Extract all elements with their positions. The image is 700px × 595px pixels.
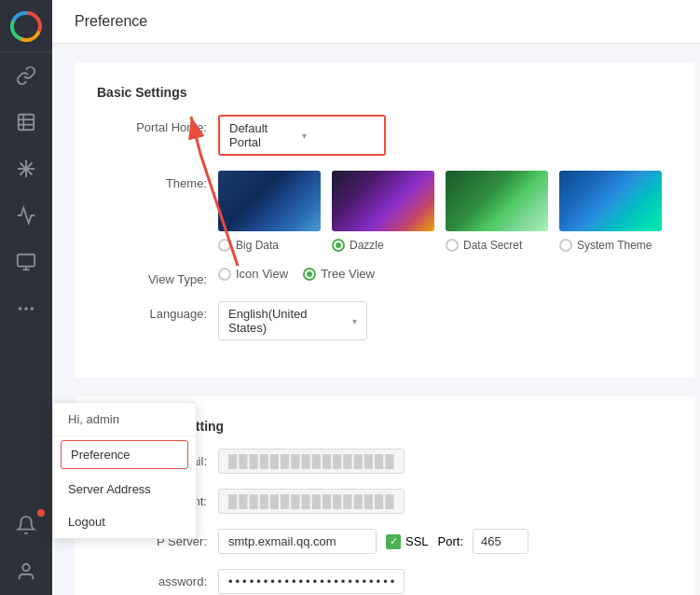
password-input[interactable] bbox=[218, 569, 405, 594]
portal-home-control: Default Portal ▾ bbox=[218, 115, 673, 156]
theme-bigdata-img[interactable] bbox=[218, 171, 321, 231]
smtp-input[interactable] bbox=[218, 529, 377, 554]
view-icon-option[interactable]: Icon View bbox=[218, 267, 288, 281]
language-label: Language: bbox=[97, 301, 218, 321]
port-label: Port: bbox=[438, 534, 463, 548]
portal-home-row: Portal Home: Default Portal ▾ bbox=[97, 115, 673, 156]
popup-menu-header: Hi, admin bbox=[53, 403, 196, 436]
popup-menu: Hi, admin Preference Server Address Logo… bbox=[52, 402, 197, 539]
theme-bigdata-label: Big Data bbox=[236, 239, 279, 252]
theme-systemtheme-img[interactable] bbox=[559, 171, 662, 231]
portal-home-value: Default Portal bbox=[229, 121, 302, 149]
sidebar-item-monitor[interactable] bbox=[0, 239, 52, 285]
theme-option-dazzle[interactable]: Dazzle bbox=[332, 239, 446, 252]
portal-home-label: Portal Home: bbox=[97, 115, 218, 134]
radio-systemtheme[interactable] bbox=[559, 239, 572, 252]
svg-point-15 bbox=[22, 564, 29, 571]
user-button[interactable] bbox=[0, 548, 52, 595]
radio-icon-view[interactable] bbox=[218, 268, 231, 281]
popup-menu-logout[interactable]: Logout bbox=[53, 505, 196, 538]
radio-dazzle[interactable] bbox=[332, 239, 345, 252]
icon-view-label: Icon View bbox=[236, 267, 288, 281]
theme-grid bbox=[218, 171, 673, 231]
language-select[interactable]: English(United States) ▾ bbox=[218, 301, 367, 340]
language-control: English(United States) ▾ bbox=[218, 301, 673, 340]
view-type-row: View Type: Icon View Tree View bbox=[97, 267, 673, 286]
smtp-control: ✓ SSL Port: bbox=[218, 529, 673, 554]
view-type-options: Icon View Tree View bbox=[218, 267, 673, 281]
logo-icon bbox=[10, 10, 42, 42]
password-row: assword: bbox=[97, 569, 673, 594]
notification-button[interactable] bbox=[0, 502, 52, 548]
popup-menu-preference[interactable]: Preference bbox=[61, 440, 188, 469]
view-type-control: Icon View Tree View bbox=[218, 267, 673, 281]
sidebar bbox=[0, 0, 52, 595]
tree-view-label: Tree View bbox=[321, 267, 375, 281]
radio-datasecret[interactable] bbox=[446, 239, 459, 252]
view-type-label: View Type: bbox=[97, 267, 218, 286]
password-control bbox=[218, 569, 673, 594]
theme-option-bigdata[interactable]: Big Data bbox=[218, 239, 332, 252]
linked-account-value: ████████████████ bbox=[218, 489, 405, 514]
ssl-checkbox[interactable]: ✓ SSL bbox=[386, 534, 429, 549]
port-input[interactable] bbox=[473, 529, 528, 554]
sidebar-item-link[interactable] bbox=[0, 52, 52, 99]
basic-settings-title: Basic Settings bbox=[97, 85, 673, 100]
ssl-label: SSL bbox=[405, 534, 429, 548]
theme-options: Big Data Dazzle Data Secret bbox=[218, 239, 673, 252]
radio-bigdata[interactable] bbox=[218, 239, 231, 252]
email-value: ████████████████ bbox=[218, 449, 405, 474]
portal-home-select[interactable]: Default Portal ▾ bbox=[218, 115, 386, 156]
basic-settings-card: Basic Settings Portal Home: Default Port… bbox=[75, 62, 695, 378]
language-row: Language: English(United States) ▾ bbox=[97, 301, 673, 340]
lang-chevron-icon: ▾ bbox=[352, 316, 357, 326]
sidebar-item-more[interactable] bbox=[0, 285, 52, 332]
logo bbox=[0, 0, 52, 52]
email-control: ████████████████ bbox=[218, 449, 673, 474]
theme-dazzle-img[interactable] bbox=[332, 171, 434, 231]
sidebar-item-table[interactable] bbox=[0, 99, 52, 145]
theme-datasecret-img[interactable] bbox=[446, 171, 548, 231]
linked-account-control: ████████████████ bbox=[218, 489, 673, 514]
smtp-inner-row: ✓ SSL Port: bbox=[218, 529, 673, 554]
radio-tree-view[interactable] bbox=[303, 268, 316, 281]
popup-menu-server-address[interactable]: Server Address bbox=[53, 473, 196, 505]
sidebar-item-asterisk[interactable] bbox=[0, 145, 52, 192]
language-value: English(United States) bbox=[228, 307, 345, 335]
password-label: assword: bbox=[97, 569, 218, 588]
svg-rect-1 bbox=[19, 115, 34, 131]
page-title: Preference bbox=[52, 0, 700, 44]
theme-control: Big Data Dazzle Data Secret bbox=[218, 171, 673, 252]
theme-option-systemtheme[interactable]: System Theme bbox=[559, 239, 673, 252]
theme-option-datasecret[interactable]: Data Secret bbox=[446, 239, 559, 252]
chevron-down-icon: ▾ bbox=[302, 131, 375, 141]
theme-systemtheme-label: System Theme bbox=[577, 239, 652, 252]
ssl-checked-icon: ✓ bbox=[386, 534, 401, 549]
svg-rect-9 bbox=[18, 255, 34, 267]
theme-row: Theme: Big Data bbox=[97, 171, 673, 252]
svg-point-13 bbox=[24, 307, 28, 311]
theme-dazzle-label: Dazzle bbox=[350, 239, 384, 252]
svg-point-12 bbox=[19, 307, 22, 311]
view-tree-option[interactable]: Tree View bbox=[303, 267, 375, 281]
theme-label: Theme: bbox=[97, 171, 218, 190]
theme-datasecret-label: Data Secret bbox=[463, 239, 522, 252]
svg-point-14 bbox=[31, 307, 34, 311]
sidebar-item-chart[interactable] bbox=[0, 192, 52, 239]
notification-badge bbox=[37, 509, 45, 517]
